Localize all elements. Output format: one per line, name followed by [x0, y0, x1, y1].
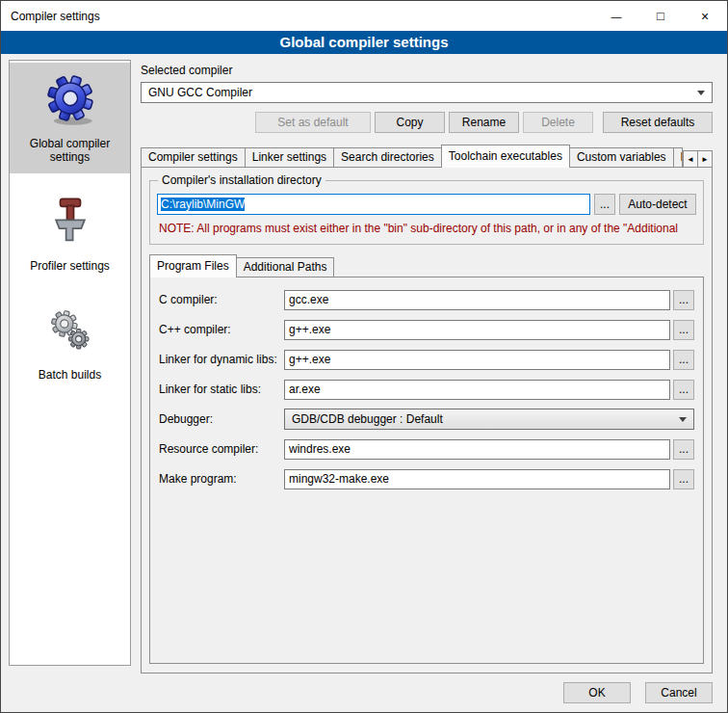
tab-search-directories[interactable]: Search directories — [333, 147, 442, 168]
dynamic-linker-label: Linker for dynamic libs: — [159, 353, 281, 366]
field-row-cpp-compiler: C++ compiler: ... — [159, 319, 694, 340]
tab-build-options-clipped[interactable]: Buil — [673, 147, 683, 168]
chevron-down-icon — [679, 417, 687, 422]
tab-linker-settings[interactable]: Linker settings — [245, 147, 334, 168]
minimize-button[interactable]: — — [594, 1, 638, 31]
static-linker-input[interactable] — [284, 380, 670, 400]
field-row-resource-compiler: Resource compiler: ... — [159, 438, 694, 460]
gear-blue-icon — [42, 70, 98, 129]
installation-directory-row: C:\raylib\MinGW ... Auto-detect — [157, 194, 696, 215]
dynamic-linker-input[interactable] — [284, 350, 670, 370]
field-row-static-linker: Linker for static libs: ... — [159, 379, 694, 400]
tab-toolchain-executables[interactable]: Toolchain executables — [441, 145, 570, 168]
field-row-make-program: Make program: ... — [159, 468, 694, 489]
resource-compiler-label: Resource compiler: — [159, 442, 281, 456]
minimize-icon: — — [611, 11, 622, 22]
dialog-content: Global compiler settings Profiler settin… — [1, 54, 727, 675]
debugger-combobox[interactable]: GDB/CDB debugger : Default — [284, 409, 694, 430]
field-row-c-compiler: C compiler: ... — [159, 289, 694, 310]
make-program-input[interactable] — [284, 469, 670, 489]
installation-directory-group-title: Compiler's installation directory — [158, 173, 325, 188]
make-program-browse-button[interactable]: ... — [673, 469, 694, 489]
resource-compiler-browse-button[interactable]: ... — [673, 439, 694, 460]
selected-compiler-combobox[interactable]: GNU GCC Compiler — [141, 82, 713, 103]
selected-compiler-label: Selected compiler — [141, 64, 713, 77]
tab-scroll-left-button[interactable]: ◄ — [683, 150, 698, 168]
compiler-settings-window: Compiler settings — □ × Global compiler … — [0, 0, 728, 713]
installation-directory-group: Compiler's installation directory C:\ray… — [149, 180, 704, 245]
compiler-actions: Set as default Copy Rename Delete Reset … — [141, 112, 713, 133]
rename-button[interactable]: Rename — [449, 112, 519, 133]
dialog-header-title: Global compiler settings — [279, 34, 448, 50]
selected-compiler-value: GNU GCC Compiler — [148, 86, 252, 99]
auto-detect-button[interactable]: Auto-detect — [619, 194, 696, 215]
installation-directory-value: C:\raylib\MinGW — [161, 198, 245, 211]
dialog-header: Global compiler settings — [1, 31, 727, 54]
sidebar-item-label: Profiler settings — [30, 259, 110, 273]
settings-tabstrip: Compiler settings Linker settings Search… — [141, 145, 713, 168]
resource-compiler-input[interactable] — [284, 439, 670, 460]
tab-program-files[interactable]: Program Files — [149, 254, 237, 277]
tab-scroll-buttons: ◄ ► — [683, 150, 713, 168]
gears-gray-icon — [43, 304, 97, 360]
installation-directory-browse-button[interactable]: ... — [594, 194, 615, 215]
program-files-panel: C compiler: ... C++ compiler: ... Linker… — [149, 277, 704, 664]
profiler-icon — [43, 195, 97, 251]
copy-button[interactable]: Copy — [375, 112, 445, 133]
dynamic-linker-browse-button[interactable]: ... — [673, 350, 694, 370]
static-linker-browse-button[interactable]: ... — [673, 380, 694, 400]
caption-buttons: — □ × — [594, 1, 727, 31]
sidebar-item-profiler-settings[interactable]: Profiler settings — [10, 187, 130, 282]
tab-scroll-right-button[interactable]: ► — [697, 150, 713, 168]
sidebar-item-label: Batch builds — [39, 368, 101, 382]
c-compiler-input[interactable] — [284, 290, 670, 310]
main-panel: Selected compiler GNU GCC Compiler Set a… — [131, 60, 719, 673]
cpp-compiler-browse-button[interactable]: ... — [673, 320, 694, 340]
maximize-button[interactable]: □ — [638, 1, 683, 31]
ok-button[interactable]: OK — [563, 682, 631, 703]
debugger-label: Debugger: — [159, 412, 281, 426]
static-linker-label: Linker for static libs: — [159, 383, 281, 396]
make-program-label: Make program: — [159, 472, 281, 486]
sidebar-item-batch-builds[interactable]: Batch builds — [10, 296, 130, 391]
c-compiler-label: C compiler: — [159, 293, 281, 306]
close-button[interactable]: × — [683, 1, 727, 31]
window-title: Compiler settings — [1, 10, 100, 23]
installation-directory-input[interactable]: C:\raylib\MinGW — [157, 194, 590, 215]
delete-button[interactable]: Delete — [523, 112, 593, 133]
cancel-button[interactable]: Cancel — [645, 682, 713, 703]
titlebar: Compiler settings — □ × — [1, 1, 727, 31]
settings-category-list: Global compiler settings Profiler settin… — [9, 60, 131, 666]
tab-compiler-settings[interactable]: Compiler settings — [141, 147, 246, 168]
arrow-right-icon: ► — [701, 155, 709, 164]
sidebar-item-global-compiler-settings[interactable]: Global compiler settings — [10, 63, 130, 173]
dialog-footer: OK Cancel — [1, 675, 727, 712]
cpp-compiler-label: C++ compiler: — [159, 323, 281, 336]
set-as-default-button[interactable]: Set as default — [255, 112, 371, 133]
close-icon: × — [701, 9, 709, 24]
debugger-value: GDB/CDB debugger : Default — [292, 412, 443, 426]
cpp-compiler-input[interactable] — [284, 320, 670, 340]
toolchain-executables-panel: Compiler's installation directory C:\ray… — [141, 167, 713, 673]
reset-defaults-button[interactable]: Reset defaults — [603, 112, 713, 133]
c-compiler-browse-button[interactable]: ... — [673, 290, 694, 310]
maximize-icon: □ — [657, 9, 664, 23]
field-row-debugger: Debugger: GDB/CDB debugger : Default — [159, 409, 694, 430]
chevron-down-icon — [697, 91, 705, 95]
programs-tabstrip: Program Files Additional Paths — [149, 254, 704, 277]
sidebar-item-label: Global compiler settings — [13, 137, 127, 164]
arrow-left-icon: ◄ — [687, 155, 694, 164]
field-row-dynamic-linker: Linker for dynamic libs: ... — [159, 349, 694, 370]
tab-additional-paths[interactable]: Additional Paths — [236, 257, 335, 277]
tab-custom-variables[interactable]: Custom variables — [569, 147, 674, 168]
installation-directory-note: NOTE: All programs must exist either in … — [159, 222, 694, 235]
